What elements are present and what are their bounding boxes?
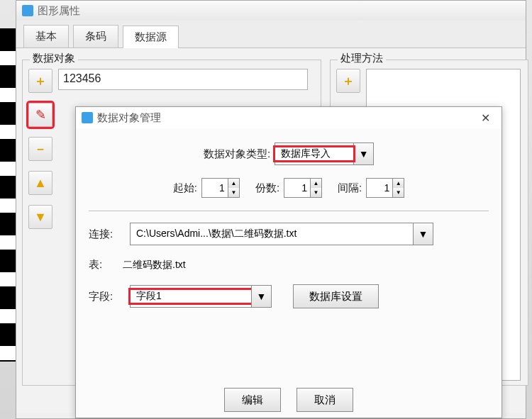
interval-input[interactable] — [367, 179, 392, 196]
app-icon — [82, 112, 93, 123]
field-value: 字段1 — [131, 290, 251, 303]
interval-label: 间隔: — [338, 181, 362, 195]
start-spinner[interactable]: ▲▼ — [201, 178, 240, 198]
chevron-down-icon[interactable]: ▼ — [251, 286, 271, 307]
spin-down-icon[interactable]: ▼ — [311, 188, 321, 197]
move-down-button[interactable]: ▼ — [28, 205, 52, 229]
connection-row: 连接: C:\Users\Admi...\数据\二维码数据.txt ▼ — [89, 223, 489, 245]
field-label: 字段: — [89, 290, 123, 303]
type-value: 数据库导入 — [275, 147, 353, 160]
table-row: 表: 二维码数据.txt — [89, 258, 489, 272]
tab-basic[interactable]: 基本 — [23, 25, 69, 48]
plus-icon: ＋ — [34, 72, 47, 89]
db-settings-button[interactable]: 数据库设置 — [293, 284, 379, 308]
window-title: 图形属性 — [38, 4, 80, 18]
move-up-button[interactable]: ▲ — [28, 171, 52, 195]
data-object-value[interactable]: 123456 — [58, 69, 308, 90]
connection-combo[interactable]: C:\Users\Admi...\数据\二维码数据.txt ▼ — [130, 223, 433, 245]
close-button[interactable]: ✕ — [475, 109, 496, 126]
count-spinner[interactable]: ▲▼ — [284, 178, 322, 198]
spin-down-icon[interactable]: ▼ — [228, 188, 239, 197]
start-label: 起始: — [173, 181, 197, 195]
count-input[interactable] — [284, 179, 310, 196]
dialog-title: 数据对象管理 — [97, 111, 161, 125]
tab-barcode[interactable]: 条码 — [73, 25, 118, 48]
count-label: 份数: — [255, 181, 279, 195]
field-row: 字段: 字段1 ▼ 数据库设置 — [89, 284, 489, 308]
spin-down-icon[interactable]: ▼ — [393, 188, 404, 197]
number-row: 起始: ▲▼ 份数: ▲▼ 间隔: ▲▼ — [89, 178, 489, 198]
cancel-button[interactable]: 取消 — [297, 388, 353, 412]
dialog-body: 数据对象类型: 数据库导入 ▼ 起始: ▲▼ 份数: ▲▼ — [76, 128, 501, 384]
app-icon — [22, 5, 33, 16]
pencil-icon: ✎ — [35, 107, 46, 123]
chevron-down-icon[interactable]: ▼ — [413, 223, 433, 245]
type-combo[interactable]: 数据库导入 ▼ — [275, 143, 374, 165]
process-add-button[interactable]: ＋ — [336, 69, 360, 93]
tab-datasource[interactable]: 数据源 — [123, 26, 179, 48]
connection-value: C:\Users\Admi...\数据\二维码数据.txt — [131, 228, 413, 240]
table-value: 二维码数据.txt — [123, 259, 186, 272]
tabs: 基本 条码 数据源 — [16, 21, 526, 48]
data-toolbar: ＋ ✎ － ▲ ▼ — [28, 69, 52, 229]
interval-spinner[interactable]: ▲▼ — [366, 178, 404, 198]
dialog-title-bar: 数据对象管理 ✕ — [76, 107, 501, 128]
spin-up-icon[interactable]: ▲ — [311, 179, 321, 188]
spin-up-icon[interactable]: ▲ — [228, 179, 239, 188]
barcode-strip — [0, 28, 16, 362]
data-object-manage-dialog: 数据对象管理 ✕ 数据对象类型: 数据库导入 ▼ 起始: ▲▼ 份数: — [75, 106, 502, 418]
process-method-legend: 处理方法 — [338, 52, 386, 65]
edit-button[interactable]: ✎ — [28, 103, 52, 127]
dialog-footer: 编辑 取消 — [76, 384, 501, 412]
type-row: 数据对象类型: 数据库导入 ▼ — [89, 143, 489, 165]
separator — [89, 211, 489, 211]
add-button[interactable]: ＋ — [28, 69, 52, 93]
edit-button[interactable]: 编辑 — [224, 388, 281, 412]
type-label: 数据对象类型: — [204, 147, 270, 161]
title-bar: 图形属性 — [16, 1, 526, 21]
arrow-up-icon: ▲ — [34, 176, 47, 191]
plus-icon: ＋ — [342, 72, 355, 89]
arrow-down-icon: ▼ — [34, 210, 47, 225]
connection-label: 连接: — [89, 228, 123, 241]
spin-up-icon[interactable]: ▲ — [393, 179, 404, 188]
field-combo[interactable]: 字段1 ▼ — [130, 285, 272, 308]
data-object-legend: 数据对象 — [30, 52, 78, 65]
chevron-down-icon[interactable]: ▼ — [353, 143, 373, 164]
remove-button[interactable]: － — [28, 137, 52, 161]
table-label: 表: — [89, 258, 123, 272]
close-icon: ✕ — [481, 111, 490, 125]
start-input[interactable] — [202, 179, 228, 196]
minus-icon: － — [34, 140, 47, 157]
